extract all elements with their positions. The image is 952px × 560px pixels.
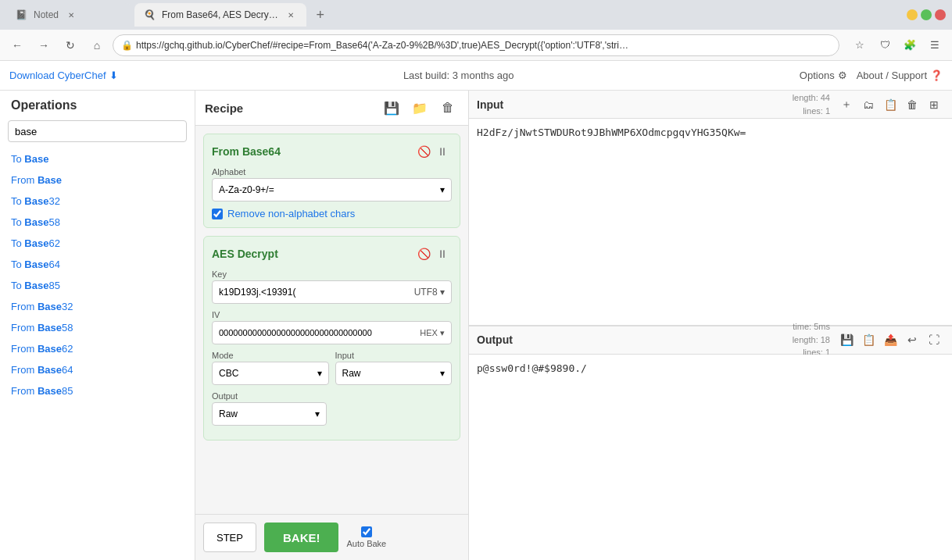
input-panel: Input length: 44 lines: 1 ＋ 🗂 📋 🗑 ⊞ H2dF… — [469, 91, 952, 326]
nav-icons: ☆ 🛡 🧩 ☰ — [849, 34, 946, 56]
mode-input-row: Mode CBC ▾ Input Raw ▾ — [212, 351, 452, 391]
input-form-group: Input Raw ▾ — [335, 351, 453, 385]
alphabet-label: Alphabet — [212, 167, 452, 177]
output-form-group: Output Raw ▾ — [212, 391, 327, 426]
output-chevron-icon: ▾ — [315, 408, 320, 419]
tab-close-cyberchef[interactable]: ✕ — [285, 9, 297, 21]
extensions-icon[interactable]: 🧩 — [899, 34, 921, 56]
recipe-card-pause-aes[interactable]: ⏸ — [433, 244, 452, 263]
input-length-label: length: — [793, 93, 821, 102]
key-encoding-select[interactable]: UTF8 ▾ — [414, 287, 445, 298]
mode-value: CBC — [219, 368, 238, 379]
download-label: Download CyberChef — [9, 70, 106, 81]
sidebar-item-from-base[interactable]: From Base — [0, 169, 195, 191]
tab-close-noted[interactable]: ✕ — [65, 9, 77, 21]
input-paste-icon[interactable]: 📋 — [880, 95, 900, 115]
sidebar-item-to-base[interactable]: To Base — [0, 148, 195, 169]
back-button[interactable]: ← — [6, 34, 28, 56]
recipe-panel: Recipe 💾 📁 🗑 From Base64 🚫 ⏸ Alphabet A-… — [195, 91, 469, 560]
about-support-link[interactable]: About / Support ❓ — [857, 70, 943, 81]
input-meta: length: 44 lines: 1 — [793, 91, 830, 117]
refresh-button[interactable]: ↻ — [59, 34, 81, 56]
recipe-trash-button[interactable]: 🗑 — [437, 97, 459, 119]
search-input[interactable] — [8, 120, 187, 142]
tab-cyberchef[interactable]: 🍳 From Base64, AES Decry… ✕ — [134, 3, 306, 27]
home-button[interactable]: ⌂ — [86, 34, 108, 56]
input-content[interactable]: H2dFz/jNwtSTWDURot9JBhWMP6XOdmcpgqvYHG35… — [469, 119, 952, 325]
recipe-card-from-base64: From Base64 🚫 ⏸ Alphabet A-Za-z0-9+/= ▾ … — [203, 134, 460, 228]
output-meta: time: 5ms length: 18 lines: 1 — [793, 320, 830, 359]
build-info: Last build: 3 months ago — [118, 70, 800, 81]
output-panel-header: Output time: 5ms length: 18 lines: 1 💾 📋… — [469, 326, 952, 355]
remove-nonalpha-checkbox[interactable] — [212, 209, 223, 219]
recipe-card-disable-aes[interactable]: 🚫 — [414, 244, 433, 263]
recipe-card-header-from-base64: From Base64 🚫 ⏸ — [212, 142, 452, 161]
recipe-save-button[interactable]: 💾 — [381, 97, 403, 119]
iv-label: IV — [212, 310, 452, 319]
tab-favicon-noted: 📓 — [16, 9, 27, 20]
mode-label: Mode — [212, 351, 329, 360]
output-undo-icon[interactable]: ↩ — [902, 330, 922, 350]
input-panel-title: Input — [477, 98, 793, 111]
help-icon: ❓ — [930, 70, 943, 81]
shield-icon[interactable]: 🛡 — [874, 34, 896, 56]
input-select[interactable]: Raw ▾ — [335, 362, 453, 385]
recipe-card-title-aes: AES Decrypt — [212, 248, 414, 260]
sidebar-item-to-base32[interactable]: To Base32 — [0, 191, 195, 212]
sidebar-search — [8, 120, 187, 142]
sidebar-item-from-base32[interactable]: From Base32 — [0, 296, 195, 317]
sidebar-item-from-base62[interactable]: From Base62 — [0, 338, 195, 359]
title-bar: 📓 Noted ✕ 🍳 From Base64, AES Decry… ✕ + — [0, 0, 952, 30]
menu-icon[interactable]: ☰ — [924, 34, 946, 56]
recipe-card-disable-from-base64[interactable]: 🚫 — [414, 142, 433, 161]
sidebar-item-to-base85[interactable]: To Base85 — [0, 275, 195, 296]
output-select[interactable]: Raw ▾ — [212, 402, 327, 426]
options-link[interactable]: Options ⚙ — [800, 70, 847, 81]
window-maximize[interactable] — [921, 9, 932, 20]
auto-bake-checkbox[interactable] — [361, 526, 372, 537]
output-paste-to-input-icon[interactable]: 📤 — [880, 330, 900, 350]
iv-input-row[interactable]: 00000000000000000000000000000000 HEX ▾ — [212, 321, 452, 344]
input-chevron-icon: ▾ — [440, 368, 445, 379]
recipe-content: From Base64 🚫 ⏸ Alphabet A-Za-z0-9+/= ▾ … — [195, 126, 468, 514]
input-length-value: 44 — [821, 93, 830, 102]
sidebar-item-to-base64[interactable]: To Base64 — [0, 254, 195, 275]
tab-noted[interactable]: 📓 Noted ✕ — [6, 3, 131, 27]
alphabet-select[interactable]: A-Za-z0-9+/= ▾ — [212, 178, 452, 202]
mode-select[interactable]: CBC ▾ — [212, 362, 329, 385]
iv-form-group: IV 00000000000000000000000000000000 HEX … — [212, 310, 452, 344]
recipe-card-pause-from-base64[interactable]: ⏸ — [433, 142, 452, 161]
remove-nonalpha-checkbox-row[interactable]: Remove non-alphabet chars — [212, 208, 452, 219]
input-new-icon[interactable]: ＋ — [836, 95, 857, 115]
forward-button[interactable]: → — [33, 34, 55, 56]
download-cyberchef-link[interactable]: Download CyberChef ⬇ — [9, 70, 118, 81]
address-bar[interactable]: 🔒 https://gchq.github.io/CyberChef/#reci… — [113, 34, 839, 56]
input-folder-icon[interactable]: 🗂 — [858, 95, 879, 115]
output-time-value: 5ms — [814, 322, 830, 331]
input-lines-value: 1 — [825, 106, 830, 116]
bake-button[interactable]: BAKE! — [264, 523, 339, 552]
output-save-icon[interactable]: 💾 — [836, 330, 857, 350]
alphabet-value: A-Za-z0-9+/= — [219, 184, 274, 195]
output-expand-icon[interactable]: ⛶ — [924, 330, 944, 350]
sidebar-item-from-base64[interactable]: From Base64 — [0, 359, 195, 380]
sidebar-item-from-base58[interactable]: From Base58 — [0, 317, 195, 338]
output-copy-icon[interactable]: 📋 — [858, 330, 879, 350]
iv-encoding-select[interactable]: HEX ▾ — [420, 328, 445, 338]
step-button[interactable]: STEP — [203, 523, 256, 552]
bookmark-icon[interactable]: ☆ — [849, 34, 871, 56]
window-close[interactable] — [935, 9, 946, 20]
sidebar-item-from-base85[interactable]: From Base85 — [0, 380, 195, 401]
key-input-row[interactable]: k19D193j.<19391( UTF8 ▾ — [212, 280, 452, 304]
new-tab-button[interactable]: + — [310, 4, 331, 26]
output-panel-icons: 💾 📋 📤 ↩ ⛶ — [836, 330, 944, 350]
input-grid-icon[interactable]: ⊞ — [924, 95, 944, 115]
input-clear-icon[interactable]: 🗑 — [902, 95, 922, 115]
recipe-open-button[interactable]: 📁 — [409, 97, 431, 119]
sidebar-item-to-base58[interactable]: To Base58 — [0, 212, 195, 233]
window-minimize[interactable] — [907, 9, 918, 20]
download-icon: ⬇ — [109, 70, 118, 81]
sidebar-item-to-base62[interactable]: To Base62 — [0, 233, 195, 254]
output-row: Output Raw ▾ — [212, 391, 452, 432]
recipe-card-title-from-base64: From Base64 — [212, 145, 414, 158]
